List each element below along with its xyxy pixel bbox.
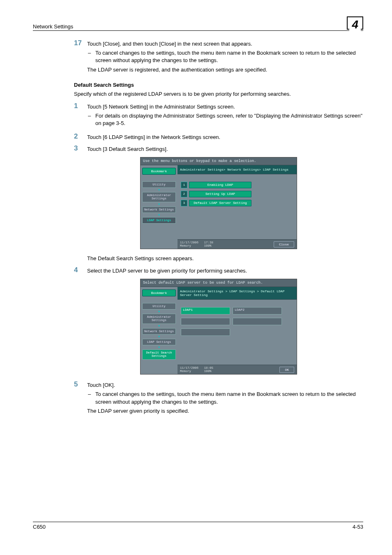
menu-number: 3 <box>181 200 187 206</box>
step-after: The LDAP server given priority is specif… <box>87 407 363 415</box>
bookmark-button[interactable]: Bookmark <box>142 289 176 296</box>
step-bullet: For details on displaying the Administra… <box>95 112 363 127</box>
status-info: 11/17/2006 18:05 Memory 100% <box>180 366 213 373</box>
section-heading: Default Search Settings <box>74 82 363 88</box>
bullet-dash: – <box>87 391 95 405</box>
arrow-down-icon: ▼ <box>142 325 176 328</box>
mock-instruction: Use the menu buttons or keypad to make a… <box>141 157 297 165</box>
header-section: Network Settings <box>33 23 73 30</box>
step-text: Select the LDAP server to be given prior… <box>87 267 363 275</box>
server-ldap2[interactable]: LDAP2 <box>233 307 282 314</box>
step-bullet: To cancel changes to the settings, touch… <box>95 49 363 64</box>
step-text: Touch [3 Default Search Settings]. <box>87 146 363 153</box>
result-text: The Default Search Settings screen appea… <box>87 255 363 262</box>
status-info: 11/17/2006 17:38 Memory 100% <box>180 241 213 248</box>
menu-default-ldap-server[interactable]: Default LDAP Server Setting <box>189 200 251 206</box>
step-text: Touch [OK]. <box>87 382 363 389</box>
step-number: 17 <box>74 39 87 74</box>
menu-setting-up-ldap[interactable]: Setting Up LDAP <box>189 191 251 197</box>
close-button[interactable]: Close <box>274 241 294 247</box>
breadcrumb: Administrator Settings> Network Settings… <box>178 165 297 174</box>
arrow-down-icon: ▼ <box>142 189 176 192</box>
screenshot-ldap-settings: Use the menu buttons or keypad to make a… <box>140 157 297 250</box>
step-text: Touch [5 Network Setting] in the Adminis… <box>87 103 363 111</box>
ok-button[interactable]: OK <box>279 367 294 373</box>
sidebar-item-admin[interactable]: Administrator Settings <box>142 314 176 324</box>
sidebar-item-ldap[interactable]: LDAP Settings <box>142 217 176 224</box>
bookmark-button[interactable]: Bookmark <box>142 168 176 175</box>
arrow-down-icon: ▼ <box>142 214 176 217</box>
menu-number: 1 <box>181 182 187 188</box>
server-slot[interactable] <box>181 318 230 325</box>
screenshot-default-search: Select default LDAP server to be used fo… <box>140 279 297 375</box>
step-number: 3 <box>74 144 87 153</box>
footer-page: 4-53 <box>353 524 363 530</box>
sidebar-item-ldap[interactable]: LDAP Settings <box>142 339 176 345</box>
bullet-dash: – <box>87 112 95 127</box>
step-number: 2 <box>74 132 87 141</box>
step-text: Touch [6 LDAP Settings] in the Network S… <box>87 134 363 141</box>
menu-enabling-ldap[interactable]: Enabling LDAP <box>189 182 251 188</box>
server-slot[interactable] <box>233 318 282 325</box>
sidebar-item-network[interactable]: Network Settings <box>142 206 176 213</box>
footer-model: C650 <box>33 524 46 530</box>
arrow-down-icon: ▼ <box>142 346 176 349</box>
server-ldap1[interactable]: LDAP1 <box>181 307 230 314</box>
sidebar-item-utility[interactable]: Utility <box>142 303 176 310</box>
sidebar-item-utility[interactable]: Utility <box>142 181 176 188</box>
step-number: 4 <box>74 266 87 275</box>
section-intro: Specify which of the registered LDAP ser… <box>74 90 363 98</box>
arrow-down-icon: ▼ <box>142 203 176 206</box>
step-text: Touch [Close], and then touch [Close] in… <box>87 40 363 48</box>
bullet-dash: – <box>87 49 95 64</box>
step-number: 5 <box>74 380 87 415</box>
sidebar-item-network[interactable]: Network Settings <box>142 328 176 335</box>
step-after: The LDAP server is registered, and the a… <box>87 66 363 74</box>
sidebar-item-admin[interactable]: Administrator Settings <box>142 192 176 202</box>
server-slot[interactable] <box>181 328 230 336</box>
step-number: 1 <box>74 102 87 129</box>
arrow-down-icon: ▼ <box>142 310 176 313</box>
breadcrumb: Administrator Settings > LDAP Settings >… <box>178 287 297 300</box>
arrow-down-icon: ▼ <box>142 335 176 338</box>
menu-number: 2 <box>181 191 187 197</box>
chapter-badge: 4 <box>347 16 363 30</box>
step-bullet: To cancel changes to the settings, touch… <box>95 391 363 405</box>
mock-instruction: Select default LDAP server to be used fo… <box>141 279 297 287</box>
sidebar-item-default-search[interactable]: Default Search Settings <box>142 349 176 360</box>
